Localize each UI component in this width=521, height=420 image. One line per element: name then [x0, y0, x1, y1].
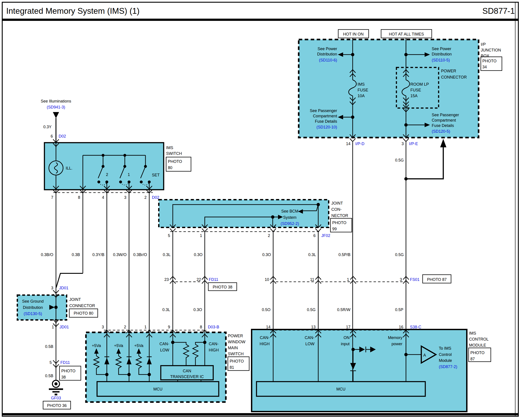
junction-dot: [102, 165, 105, 168]
junction-dot: [271, 215, 275, 219]
ground-dist-label: See Ground: [22, 299, 44, 304]
switch-label: SET: [152, 173, 160, 177]
power-connector-label: CONNECTOR: [441, 75, 467, 79]
pin-number: 14: [266, 325, 270, 329]
pin-number: 16: [399, 325, 403, 329]
pin-number: 1: [200, 233, 202, 238]
photo-ref: PHOTO: [61, 369, 76, 373]
pin-number: 1: [52, 325, 54, 329]
junction-dot: [171, 341, 175, 344]
v5-label: +5Va: [114, 344, 123, 348]
wire-label: 0.3Br/O: [133, 253, 147, 257]
junction-dot: [148, 180, 151, 183]
amp-label: A: [423, 353, 426, 357]
sd110-6-label: See Power: [318, 47, 337, 51]
wiring-diagram: Integrated Memory System (IMS) (1) SD877…: [0, 0, 521, 420]
photo-ref: PHOTO 36: [47, 403, 67, 408]
wire-label: 0.3L: [162, 308, 170, 312]
module-name: CONTROL: [469, 337, 489, 341]
memory-power-label: Memory: [388, 336, 402, 340]
can-label: LOW: [305, 342, 314, 346]
ims-control-module-box: [252, 330, 467, 412]
wire-label: 0.5P: [395, 308, 403, 312]
pin-number: 14: [346, 142, 351, 146]
pin-number: 6: [51, 134, 53, 138]
junction-dot: [404, 123, 408, 127]
module-name: NECTOR: [331, 213, 348, 218]
can-label: CAN-: [209, 342, 219, 346]
wire-label: 0.3L: [163, 253, 170, 257]
mcu-label: MCU: [337, 387, 345, 391]
sd120-10-label: Fuse Details: [315, 119, 337, 124]
junction-dot: [351, 116, 354, 119]
room-fuse-label: ROOM LP: [410, 82, 429, 87]
ground-dist-label: Distribution: [23, 305, 43, 310]
sd110-5-label: See Power: [432, 47, 451, 51]
can-label: HIGH: [209, 348, 219, 352]
junction-dot: [140, 180, 143, 183]
sd120-5-label: Fuse Details: [432, 123, 454, 128]
module-name: JOINT: [69, 297, 81, 302]
room-fuse-label: FUSE: [410, 88, 421, 92]
ims-fuse-label: IMS: [358, 82, 365, 87]
module-name: IMS: [166, 146, 173, 150]
sd110-6-label: Distribution: [317, 52, 337, 56]
connector-id: JD01: [59, 286, 69, 290]
pin-number: 6: [313, 233, 315, 238]
junction-dot: [404, 177, 408, 180]
photo-ref: PHOTO: [168, 159, 182, 164]
connector-id: JF02: [321, 233, 330, 238]
photo-ref: PHOTO 87: [427, 277, 447, 282]
wire-label: 0.3O: [262, 253, 271, 257]
sd120-5-label: See Passenger: [432, 113, 459, 117]
module-name: IMS: [469, 331, 476, 336]
pin-number: 2: [144, 195, 146, 200]
sd110-5-ref: (SD110-5): [432, 58, 450, 62]
photo-ref: PHOTO: [470, 351, 485, 355]
junction-dot: [352, 348, 355, 351]
v5-label: +5Va: [92, 344, 101, 348]
svg-text:HOT AT ALL TIMES: HOT AT ALL TIMES: [389, 32, 424, 36]
to-ims-ref: (SD877-2): [439, 365, 457, 369]
ip-box-label: I/P: [481, 42, 486, 47]
to-ims-label: To IMS: [439, 346, 451, 351]
wire-label: 0.5B: [45, 344, 53, 349]
connector-id: D02: [59, 134, 66, 138]
on-input-label: ON: [344, 336, 350, 340]
pin-number: 3: [400, 277, 402, 282]
photo-ref: 38: [61, 375, 66, 379]
see-illuminations-label: See Illuminations: [41, 99, 71, 103]
connector-id: FD11: [61, 360, 70, 365]
pin-number: 4: [102, 195, 104, 200]
wire-label: 0.5B: [45, 374, 53, 378]
photo-ref: 99: [332, 227, 337, 231]
connector-id: FD11: [209, 277, 218, 282]
see-illuminations-ref: (SD941-3): [47, 105, 65, 109]
photo-ref: 80: [168, 165, 172, 170]
photo-ref: PHOTO: [332, 221, 346, 225]
pin-number: 3: [401, 142, 404, 146]
sd110-6-ref: (SD110-6): [319, 58, 337, 62]
connector-id: JD01: [60, 325, 69, 329]
pin-number: 10: [265, 277, 269, 282]
hot-in-on-box: HOT IN ON: [338, 30, 369, 38]
module-name: MODULE: [469, 343, 486, 347]
module-name: MAIN: [228, 346, 238, 350]
junction-dot: [105, 373, 109, 376]
ic-label: TRANSCEIVER IC: [170, 375, 204, 379]
sd120-5-ref: (SD120-5): [432, 129, 450, 134]
pin-number: 1: [144, 325, 146, 329]
sd120-10-label: See Passenger: [310, 108, 337, 113]
pin-number: 8: [200, 325, 202, 329]
pin-number: 5: [168, 233, 170, 238]
sd110-5-label: Distribution: [432, 52, 452, 56]
connector-id: I/P-D: [355, 142, 364, 146]
junction-dot: [98, 180, 100, 183]
connector-id: S38-C: [410, 325, 421, 329]
pin-number: 3: [51, 286, 53, 290]
pin-number: 8: [78, 195, 80, 200]
junction-dot: [404, 353, 408, 356]
photo-ref: PHOTO 80: [74, 311, 93, 315]
pin-number: 23: [164, 277, 169, 282]
room-fuse-label: 15A: [410, 94, 418, 98]
